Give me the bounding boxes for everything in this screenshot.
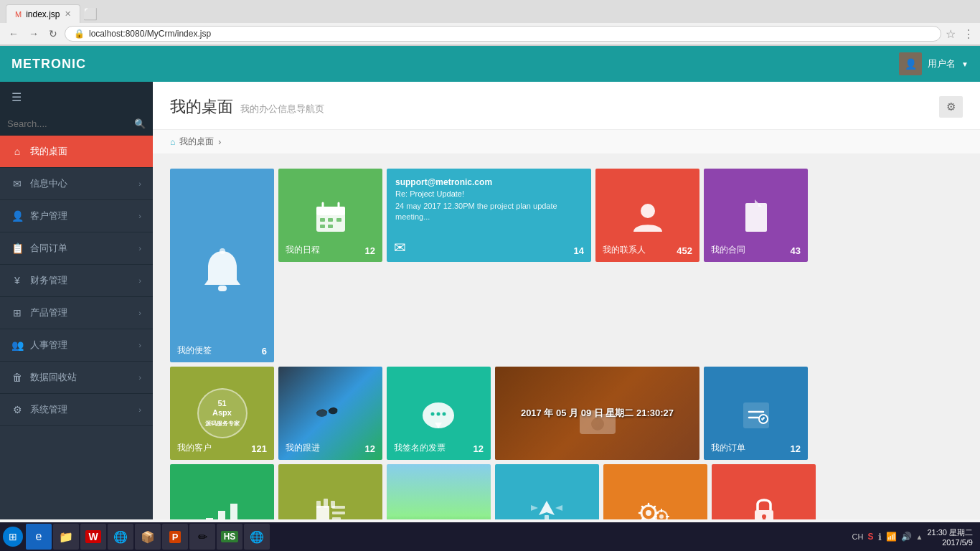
tile-orders-label: 我的订单: [711, 442, 745, 454]
tile-orders-count: 12: [791, 443, 801, 454]
sidebar-item-finance[interactable]: ¥ 财务管理 ›: [0, 265, 153, 297]
svg-rect-47: [763, 517, 765, 519]
page-title-area: 我的桌面 我的办公信息导航页: [170, 96, 324, 118]
sidebar-label-sysadmin: 系统管理: [30, 403, 67, 416]
svg-rect-35: [332, 512, 345, 514]
sidebar-label-products: 产品管理: [30, 306, 67, 319]
customers-icon: 👤: [11, 210, 23, 222]
svg-rect-22: [589, 410, 598, 416]
page-settings-btn[interactable]: ⚙: [939, 96, 963, 118]
search-icon[interactable]: 🔍: [134, 118, 146, 129]
forward-btn[interactable]: →: [26, 27, 42, 41]
sidebar-item-recycle[interactable]: 🗑 数据回收站 ›: [0, 362, 153, 394]
page-settings-icon: ⚙: [946, 100, 956, 113]
sidebar-toggle-btn[interactable]: ☰: [0, 82, 153, 113]
browser-chrome: M index.jsp ✕ ⬜ ← → ↻ 🔒 localhost:8080/M…: [0, 0, 980, 46]
tile-followup-label: 我的跟进: [286, 442, 320, 454]
tab-title: index.jsp: [26, 9, 60, 19]
finance-icon: ¥: [11, 275, 23, 286]
tab-close-btn[interactable]: ✕: [65, 9, 71, 19]
tile-chat-room[interactable]: 公司聊天室 222: [387, 464, 491, 519]
tile-settings[interactable]: 我的设置: [603, 464, 707, 519]
tile-lock[interactable]: 锁屏: [712, 464, 816, 519]
tile-datetime[interactable]: 2017 年 05 月 09 日 星期二 21:30:27: [495, 367, 699, 460]
contracts-arrow: ›: [138, 244, 141, 253]
url-bar[interactable]: 🔒 localhost:8080/MyCrm/index.jsp: [65, 26, 941, 42]
tile-notification-label: 我的便签: [177, 344, 212, 357]
sidebar-label-dashboard: 我的桌面: [30, 145, 67, 158]
svg-rect-8: [328, 218, 333, 222]
breadcrumb-label: 我的桌面: [179, 136, 214, 148]
tile-followup[interactable]: 我的跟进 12: [278, 367, 382, 460]
sidebar-label-finance: 财务管理: [30, 274, 67, 287]
products-arrow: ›: [138, 309, 141, 317]
tile-email[interactable]: support@metronic.com Re: Project Update!…: [387, 169, 591, 262]
tile-receivables[interactable]: 我的收款 3: [170, 464, 274, 519]
tile-invoice-count: 12: [473, 443, 484, 454]
email-from: support@metronic.com: [395, 177, 583, 187]
tile-notification[interactable]: 我的便签 6: [170, 169, 274, 362]
sidebar-item-info[interactable]: ✉ 信息中心 ›: [0, 168, 153, 200]
browser-menu-btn[interactable]: ⋮: [963, 27, 974, 41]
tile-invoice-label: 我签名的发票: [394, 442, 446, 454]
new-tab-btn[interactable]: ⬜: [83, 6, 98, 21]
svg-rect-11: [328, 225, 333, 228]
recycle-icon: 🗑: [11, 372, 23, 383]
email-icon: ✉: [394, 239, 406, 256]
sidebar-item-contracts[interactable]: 📋 合同订单 ›: [0, 232, 153, 265]
svg-point-44: [659, 514, 664, 519]
sidebar-label-hr: 人事管理: [30, 339, 67, 352]
info-icon: ✉: [11, 178, 23, 189]
tile-schedule[interactable]: 我的日程 12: [278, 169, 382, 262]
svg-point-42: [646, 510, 651, 516]
back-btn[interactable]: ←: [6, 27, 22, 41]
tile-schedule-label: 我的日程: [286, 244, 320, 256]
url-text: localhost:8080/MyCrm/index.jsp: [89, 29, 932, 39]
bookmark-btn[interactable]: ☆: [946, 27, 956, 41]
tile-contracts-label: 我的合同: [711, 244, 745, 256]
username-label: 用户名: [928, 57, 956, 70]
breadcrumb: ⌂ 我的桌面 ›: [153, 130, 980, 154]
products-icon: ⊞: [11, 307, 23, 319]
tile-company-news[interactable]: 公司新闻 11: [278, 464, 382, 519]
page-subtitle: 我的办公信息导航页: [240, 103, 324, 116]
sidebar-label-info: 信息中心: [30, 177, 67, 190]
user-dropdown-icon: ▼: [961, 60, 969, 68]
tile-contacts[interactable]: 我的联系人 452: [595, 169, 699, 262]
tile-customers-count: 121: [251, 443, 267, 454]
tile-orders[interactable]: 我的订单 12: [704, 367, 808, 460]
sidebar-item-products[interactable]: ⊞ 产品管理 ›: [0, 297, 153, 329]
user-menu[interactable]: 👤 用户名 ▼: [899, 52, 969, 75]
search-input[interactable]: [7, 118, 134, 129]
tiles-row-3: 我的收款 3: [170, 464, 963, 519]
sidebar-item-sysadmin[interactable]: ⚙ 系统管理 ›: [0, 394, 153, 426]
svg-rect-36: [332, 517, 341, 520]
tile-contacts-count: 452: [677, 245, 692, 256]
svg-rect-4: [316, 207, 345, 212]
sidebar-item-hr[interactable]: 👥 人事管理 ›: [0, 329, 153, 362]
tile-customers[interactable]: 51Aspx源码服务专家 我的客户 121: [170, 367, 274, 460]
menu-icon: ☰: [11, 91, 22, 103]
customers-arrow: ›: [138, 212, 141, 220]
tile-contracts-count: 43: [791, 245, 801, 256]
tile-notice[interactable]: 公司公告 34: [495, 464, 599, 519]
tile-followup-count: 12: [365, 443, 375, 454]
svg-rect-39: [331, 501, 335, 508]
recycle-arrow: ›: [138, 373, 141, 382]
svg-rect-32: [230, 504, 237, 519]
tile-contracts[interactable]: 我的合同 43: [704, 169, 808, 262]
browser-tab[interactable]: M index.jsp ✕: [6, 4, 80, 23]
refresh-btn[interactable]: ↻: [46, 27, 60, 41]
sidebar-label-customers: 客户管理: [30, 209, 67, 222]
app-header: METRONIC 👤 用户名 ▼: [0, 46, 980, 82]
sidebar-item-dashboard[interactable]: ⌂ 我的桌面: [0, 136, 153, 168]
contracts-icon: 📋: [11, 242, 23, 254]
main-layout: ☰ 🔍 ⌂ 我的桌面 ✉ 信息中心 › 👤 客户管理 ›: [0, 82, 980, 519]
svg-point-17: [431, 413, 435, 416]
tile-invoice[interactable]: 我签名的发票 12: [387, 367, 491, 460]
svg-rect-37: [316, 501, 321, 508]
email-content: support@metronic.com Re: Project Update!…: [387, 169, 591, 262]
tile-email-count: 14: [574, 245, 584, 256]
svg-rect-31: [218, 511, 225, 519]
sidebar-item-customers[interactable]: 👤 客户管理 ›: [0, 200, 153, 232]
